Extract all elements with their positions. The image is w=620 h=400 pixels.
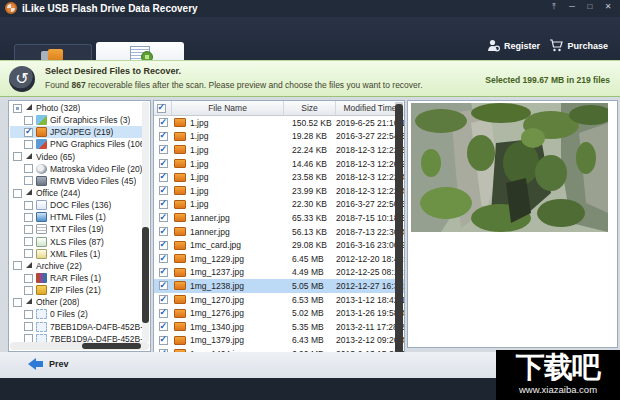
- checkbox[interactable]: [24, 176, 33, 185]
- checkbox[interactable]: [24, 274, 33, 283]
- checkbox[interactable]: [24, 201, 33, 210]
- table-row[interactable]: 1mg_1238.jpg5.05 MB2012-12-27 16:38:46: [154, 279, 404, 293]
- row-checkbox[interactable]: [159, 213, 168, 222]
- scrollbar-thumb[interactable]: [142, 227, 149, 323]
- purchase-button[interactable]: Purchase: [549, 39, 608, 52]
- tree-item[interactable]: XML Files (1): [10, 248, 142, 260]
- tree-item[interactable]: 7BEB1D9A-D4FB-452B-8B1B-A1CEC7D2: [10, 333, 142, 342]
- tree-item[interactable]: ZIP Files (21): [10, 284, 142, 296]
- row-checkbox[interactable]: [159, 322, 168, 331]
- maximize-icon[interactable]: □: [583, 1, 597, 13]
- column-modified-time[interactable]: Modified Time: [336, 101, 404, 115]
- tree-item[interactable]: JPG/JPEG (219): [10, 126, 142, 138]
- checkbox[interactable]: [24, 286, 33, 295]
- checkbox[interactable]: [24, 128, 33, 137]
- expand-arrow-icon[interactable]: [26, 189, 32, 195]
- prev-button[interactable]: Prev: [28, 358, 69, 370]
- checkbox[interactable]: [24, 213, 33, 222]
- register-button[interactable]: Register: [487, 39, 540, 52]
- row-checkbox[interactable]: [159, 309, 168, 318]
- tree-group[interactable]: Office (244): [10, 187, 142, 199]
- checkbox[interactable]: [24, 334, 33, 342]
- jpeg-image-icon: [174, 213, 186, 222]
- table-row[interactable]: 1.jpg14.46 KB2018-12-3 12:20:28: [154, 157, 404, 171]
- scrollbar-thumb[interactable]: [82, 343, 140, 349]
- table-row[interactable]: 1mc_card.jpg29.08 KB2016-3-16 23:06:28: [154, 238, 404, 252]
- tree-group[interactable]: Video (65): [10, 151, 142, 163]
- tree-vertical-scrollbar[interactable]: [142, 102, 149, 342]
- tree-group[interactable]: Other (208): [10, 296, 142, 308]
- row-checkbox[interactable]: [159, 336, 168, 345]
- table-row[interactable]: 1anner.jpg56.13 KB2018-7-13 22:30:48: [154, 225, 404, 239]
- table-row[interactable]: 1.jpg19.28 KB2016-3-27 22:54:34: [154, 130, 404, 144]
- other-file-icon: [36, 334, 47, 342]
- checkbox[interactable]: [13, 104, 22, 113]
- minimize-icon[interactable]: ─: [565, 1, 579, 13]
- table-row[interactable]: 1mg_1340.jpg5.35 MB2013-2-11 17:28:24: [154, 320, 404, 334]
- row-checkbox[interactable]: [159, 200, 168, 209]
- expand-arrow-icon[interactable]: [26, 104, 32, 110]
- row-checkbox[interactable]: [159, 173, 168, 182]
- tree-group[interactable]: Archive (22): [10, 260, 142, 272]
- tree-horizontal-scrollbar[interactable]: [10, 342, 149, 350]
- expand-arrow-icon[interactable]: [26, 262, 32, 268]
- scrollbar-thumb[interactable]: [395, 104, 403, 354]
- tree-item[interactable]: TXT Files (19): [10, 223, 142, 235]
- tree-item[interactable]: XLS Files (87): [10, 236, 142, 248]
- row-checkbox[interactable]: [159, 186, 168, 195]
- row-checkbox[interactable]: [159, 159, 168, 168]
- checkbox[interactable]: [13, 261, 22, 270]
- select-all-checkbox[interactable]: [157, 104, 166, 113]
- row-checkbox[interactable]: [159, 241, 168, 250]
- photo-preview-image: [411, 103, 608, 232]
- share-icon[interactable]: ⤒: [547, 1, 561, 13]
- row-checkbox[interactable]: [159, 145, 168, 154]
- column-size[interactable]: Size: [284, 101, 336, 115]
- row-checkbox[interactable]: [159, 227, 168, 236]
- expand-arrow-icon[interactable]: [26, 298, 32, 304]
- table-row[interactable]: 1mg_1276.jpg5.02 MB2013-1-26 19:58:40: [154, 306, 404, 320]
- checkbox[interactable]: [13, 152, 22, 161]
- tree-item[interactable]: DOC Files (136): [10, 199, 142, 211]
- checkbox[interactable]: [24, 140, 33, 149]
- column-file-name[interactable]: File Name: [172, 101, 284, 115]
- tree-item[interactable]: HTML Files (1): [10, 211, 142, 223]
- table-row[interactable]: 1.jpg22.30 KB2016-3-27 22:50:50: [154, 198, 404, 212]
- tree-item[interactable]: PNG Graphics Files (106): [10, 138, 142, 150]
- row-checkbox[interactable]: [159, 118, 168, 127]
- row-checkbox[interactable]: [159, 281, 168, 290]
- tree-item[interactable]: Gif Graphics Files (3): [10, 114, 142, 126]
- table-row[interactable]: 1mg_1237.jpg4.49 MB2012-12-25 08:18:26: [154, 266, 404, 280]
- tree-item[interactable]: 7BEB1D9A-D4FB-452B-8B1B-A1CEC7D2: [10, 321, 142, 333]
- checkbox[interactable]: [13, 298, 22, 307]
- table-row[interactable]: 1mg_1379.jpg6.43 MB2013-2-12 09:20:40: [154, 334, 404, 348]
- row-checkbox[interactable]: [159, 254, 168, 263]
- checkbox[interactable]: [24, 310, 33, 319]
- table-row[interactable]: 1anner.jpg65.33 KB2018-7-15 10:18:58: [154, 211, 404, 225]
- checkbox[interactable]: [24, 322, 33, 331]
- tree-item[interactable]: Matroska Video File (20): [10, 163, 142, 175]
- close-icon[interactable]: ✕: [601, 1, 615, 13]
- table-row[interactable]: 1.jpg150.52 KB2019-6-25 21:10:14: [154, 116, 404, 130]
- row-checkbox[interactable]: [159, 132, 168, 141]
- table-row[interactable]: 1.jpg23.99 KB2018-12-3 12:22:42: [154, 184, 404, 198]
- expand-arrow-icon[interactable]: [26, 153, 32, 159]
- checkbox[interactable]: [24, 164, 33, 173]
- table-row[interactable]: 1mg_1229.jpg6.45 MB2012-12-20 18:48:22: [154, 252, 404, 266]
- checkbox[interactable]: [24, 249, 33, 258]
- checkbox[interactable]: [13, 189, 22, 198]
- tree-group[interactable]: Photo (328): [10, 102, 142, 114]
- table-row[interactable]: 1.jpg22.24 KB2018-12-3 12:22:34: [154, 143, 404, 157]
- checkbox[interactable]: [24, 237, 33, 246]
- row-checkbox[interactable]: [159, 295, 168, 304]
- tree-item-label: ZIP Files (21): [50, 285, 101, 295]
- table-row[interactable]: 1mg_1270.jpg6.53 MB2013-1-12 18:42:12: [154, 293, 404, 307]
- table-row[interactable]: 1.jpg23.58 KB2018-12-3 12:22:45: [154, 170, 404, 184]
- row-checkbox[interactable]: [159, 268, 168, 277]
- tree-item[interactable]: RMVB Video Files (45): [10, 175, 142, 187]
- checkbox[interactable]: [24, 225, 33, 234]
- checkbox[interactable]: [24, 116, 33, 125]
- tree-item[interactable]: RAR Files (1): [10, 272, 142, 284]
- table-vertical-scrollbar[interactable]: [395, 102, 403, 356]
- tree-item[interactable]: 0 Files (2): [10, 308, 142, 320]
